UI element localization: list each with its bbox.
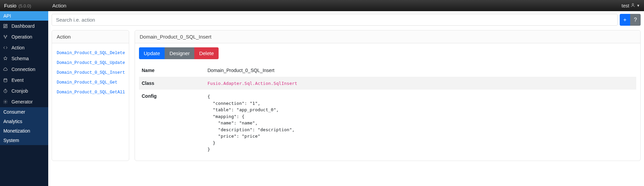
user-menu[interactable]: test ▼ <box>622 3 640 8</box>
action-list-panel: Action Domain_Product_0_SQL_Delete Domai… <box>52 30 129 161</box>
detail-table: Name Domain_Product_0_SQL_Insert Class F… <box>139 64 636 157</box>
svg-rect-3 <box>6 26 7 28</box>
page-title: Action <box>52 3 66 8</box>
svg-rect-4 <box>4 27 5 28</box>
svg-point-5 <box>4 35 4 36</box>
designer-button[interactable]: Designer <box>165 47 194 59</box>
search-input[interactable] <box>52 14 618 26</box>
user-icon <box>631 3 635 8</box>
sidebar-item-action[interactable]: Action <box>0 42 48 53</box>
detail-button-row: Update Designer Delete <box>139 47 636 59</box>
brand: Fusio (5.0.0) <box>4 3 52 8</box>
config-label: Config <box>139 90 205 157</box>
operation-icon <box>3 34 8 40</box>
sidebar-section-monetization[interactable]: Monetization <box>0 126 48 136</box>
sidebar-section-system[interactable]: System <box>0 136 48 145</box>
cronjob-icon <box>3 88 8 94</box>
sidebar-item-dashboard[interactable]: Dashboard <box>0 21 48 31</box>
event-icon <box>3 77 8 83</box>
sidebar-item-label: Action <box>11 45 25 50</box>
sidebar-item-label: Operation <box>11 34 32 40</box>
action-link[interactable]: Domain_Product_0_SQL_Insert <box>57 70 124 75</box>
action-icon <box>3 45 8 50</box>
sidebar-item-schema[interactable]: Schema <box>0 53 48 64</box>
detail-row-config: Config { "connection": "1", "table": "ap… <box>139 90 636 157</box>
sidebar-item-connection[interactable]: Connection <box>0 64 48 75</box>
action-list-title: Action <box>52 30 129 43</box>
class-label: Class <box>139 77 205 90</box>
svg-rect-1 <box>4 24 5 26</box>
sidebar-item-cronjob[interactable]: Cronjob <box>0 86 48 96</box>
sidebar-item-label: Event <box>11 77 24 83</box>
generator-icon <box>3 99 8 104</box>
user-name: test <box>622 3 629 8</box>
action-link[interactable]: Domain_Product_0_SQL_Get <box>57 80 124 85</box>
svg-point-7 <box>5 38 6 38</box>
sidebar-item-label: Generator <box>11 99 33 104</box>
detail-panel: Domain_Product_0_SQL_Insert Update Desig… <box>135 30 641 161</box>
sidebar-item-event[interactable]: Event <box>0 75 48 86</box>
config-value: { "connection": "1", "table": "app_produ… <box>207 93 634 153</box>
delete-button[interactable]: Delete <box>194 47 218 59</box>
sidebar: API Dashboard Operation Action Schema <box>0 11 48 186</box>
action-link[interactable]: Domain_Product_0_SQL_GetAll <box>57 90 124 95</box>
sidebar-section-consumer[interactable]: Consumer <box>0 107 48 117</box>
dashboard-icon <box>3 23 8 29</box>
sidebar-item-label: Cronjob <box>11 88 28 94</box>
connection-icon <box>3 67 8 72</box>
action-link[interactable]: Domain_Product_0_SQL_Delete <box>57 51 124 55</box>
add-button[interactable]: + <box>620 14 630 26</box>
update-button[interactable]: Update <box>139 47 165 59</box>
svg-rect-8 <box>4 79 7 82</box>
class-value: Fusio.Adapter.Sql.Action.SqlInsert <box>207 81 297 86</box>
sidebar-item-label: Connection <box>11 67 35 72</box>
sidebar-item-generator[interactable]: Generator <box>0 96 48 107</box>
sidebar-section-analytics[interactable]: Analytics <box>0 117 48 126</box>
schema-icon <box>3 56 8 61</box>
name-label: Name <box>139 64 205 77</box>
main-content: + ? Action Domain_Product_0_SQL_Delete D… <box>48 11 644 186</box>
svg-point-0 <box>632 3 634 5</box>
action-link[interactable]: Domain_Product_0_SQL_Update <box>57 61 124 65</box>
top-header: Fusio (5.0.0) Action test ▼ <box>0 0 644 11</box>
detail-row-name: Name Domain_Product_0_SQL_Insert <box>139 64 636 77</box>
svg-point-10 <box>5 101 6 102</box>
sidebar-item-label: Dashboard <box>11 23 35 29</box>
svg-rect-2 <box>6 24 7 25</box>
detail-title: Domain_Product_0_SQL_Insert <box>135 30 640 43</box>
detail-row-class: Class Fusio.Adapter.Sql.Action.SqlInsert <box>139 77 636 90</box>
help-button[interactable]: ? <box>630 14 641 26</box>
search-row: + ? <box>52 14 641 26</box>
brand-version: (5.0.0) <box>19 3 31 8</box>
sidebar-item-label: Schema <box>11 56 29 61</box>
svg-point-6 <box>6 35 7 36</box>
name-value: Domain_Product_0_SQL_Insert <box>205 64 636 77</box>
brand-name: Fusio <box>4 3 17 8</box>
chevron-down-icon: ▼ <box>637 4 640 7</box>
sidebar-item-operation[interactable]: Operation <box>0 31 48 42</box>
sidebar-section-api[interactable]: API <box>0 11 48 21</box>
